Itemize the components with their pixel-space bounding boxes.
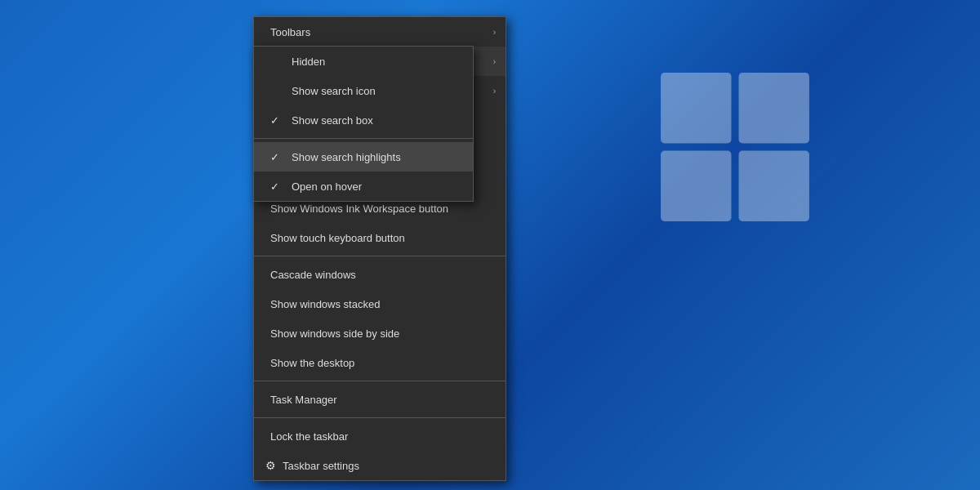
menu-item-toolbars[interactable]: Toolbars› <box>254 17 506 47</box>
submenu-item-show-search-box[interactable]: ✓Show search box <box>254 105 473 135</box>
menu-item-side-by-side[interactable]: Show windows side by side <box>254 318 506 348</box>
menu-item-cascade[interactable]: Cascade windows <box>254 260 506 289</box>
menu-divider <box>254 256 506 256</box>
menu-item-stacked[interactable]: Show windows stacked <box>254 289 506 318</box>
menu-item-task-manager[interactable]: Task Manager <box>254 385 506 414</box>
submenu-arrow-icon: › <box>493 28 496 37</box>
submenu-item-show-search-highlights[interactable]: ✓Show search highlights <box>254 142 473 172</box>
menu-item-label: Taskbar settings <box>283 460 359 472</box>
menu-item-show-touch[interactable]: Show touch keyboard button <box>254 223 506 252</box>
submenu-item-hidden[interactable]: Hidden <box>254 47 473 76</box>
check-icon: ✓ <box>270 151 283 163</box>
menu-item-label: Show Windows Ink Workspace button <box>270 203 448 215</box>
submenu-item-label: Show search highlights <box>292 151 401 163</box>
menu-divider <box>254 381 506 381</box>
submenu-item-show-search-icon[interactable]: Show search icon <box>254 76 473 105</box>
menu-divider <box>254 417 506 418</box>
menu-item-label: Show windows stacked <box>270 298 380 310</box>
svg-rect-1 <box>739 73 809 143</box>
menu-item-show-desktop[interactable]: Show the desktop <box>254 348 506 377</box>
menu-item-label: Toolbars <box>270 26 310 38</box>
submenu-item-label: Show search icon <box>292 85 376 97</box>
menu-item-label: Show windows side by side <box>270 327 399 340</box>
submenu-arrow-icon: › <box>493 57 496 66</box>
windows-logo <box>653 65 817 229</box>
menu-item-taskbar-settings[interactable]: ⚙Taskbar settings <box>254 451 506 480</box>
submenu-item-open-on-hover[interactable]: ✓Open on hover <box>254 172 473 201</box>
menu-item-label: Cascade windows <box>270 269 356 281</box>
submenu-item-label: Open on hover <box>292 180 362 193</box>
check-icon: ✓ <box>270 114 283 127</box>
svg-rect-3 <box>739 151 809 221</box>
menu-item-label: Lock the taskbar <box>270 430 348 443</box>
submenu-item-label: Hidden <box>292 56 325 68</box>
check-icon: ✓ <box>270 180 283 193</box>
menu-item-label: Show the desktop <box>270 357 354 369</box>
submenu-arrow-icon: › <box>493 87 496 96</box>
gear-icon: ⚙ <box>265 459 276 472</box>
menu-item-label: Show touch keyboard button <box>270 232 405 244</box>
search-submenu: HiddenShow search icon✓Show search box✓S… <box>253 46 474 202</box>
svg-rect-2 <box>661 151 731 221</box>
menu-item-lock-taskbar[interactable]: Lock the taskbar <box>254 421 506 451</box>
svg-rect-0 <box>661 73 731 143</box>
menu-item-label: Task Manager <box>270 394 337 406</box>
submenu-item-label: Show search box <box>292 114 373 127</box>
submenu-divider <box>254 138 473 139</box>
